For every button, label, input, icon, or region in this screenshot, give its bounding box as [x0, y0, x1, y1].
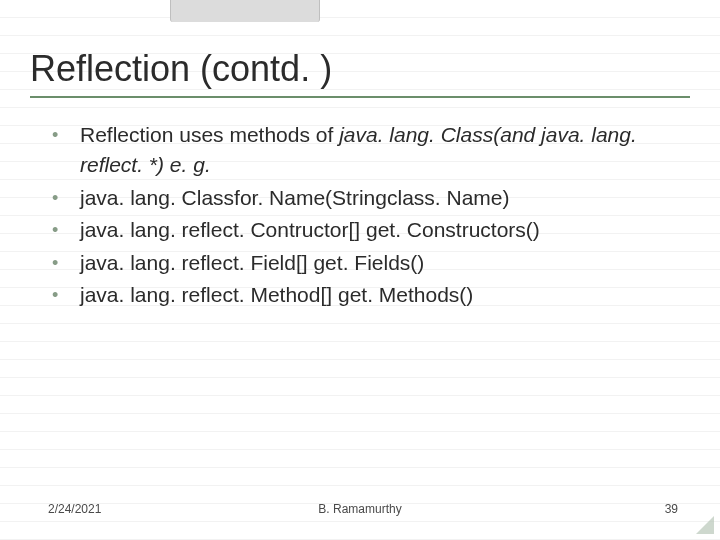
bullet-text: java. lang. reflect. Method[] get. Metho…: [80, 283, 473, 306]
top-tab: [170, 0, 320, 22]
list-item: java. lang. reflect. Method[] get. Metho…: [80, 280, 690, 310]
list-item: java. lang. reflect. Field[] get. Fields…: [80, 248, 690, 278]
list-item: java. lang. Classfor. Name(Stringclass. …: [80, 183, 690, 213]
bullet-list: Reflection uses methods of java. lang. C…: [30, 120, 690, 311]
footer-date: 2/24/2021: [48, 502, 101, 516]
bullet-text: java. lang. reflect. Field[] get. Fields…: [80, 251, 424, 274]
footer-author: B. Ramamurthy: [318, 502, 401, 516]
slide-footer: 2/24/2021 B. Ramamurthy 39: [0, 502, 720, 516]
list-item: Reflection uses methods of java. lang. C…: [80, 120, 690, 181]
bullet-text: java. lang. Classfor. Name(Stringclass. …: [80, 186, 510, 209]
slide-content: Reflection (contd. ) Reflection uses met…: [0, 0, 720, 540]
title-underline: [30, 96, 690, 98]
page-curl-icon: [696, 516, 714, 534]
bullet-text: java. lang. reflect. Contructor[] get. C…: [80, 218, 540, 241]
footer-page: 39: [665, 502, 678, 516]
slide-title: Reflection (contd. ): [30, 48, 690, 90]
bullet-text: Reflection uses methods of: [80, 123, 339, 146]
list-item: java. lang. reflect. Contructor[] get. C…: [80, 215, 690, 245]
